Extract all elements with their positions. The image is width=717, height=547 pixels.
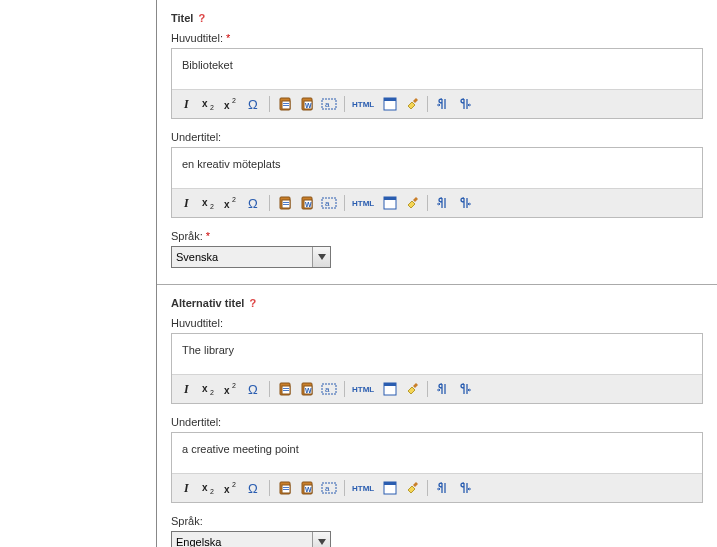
svg-text:2: 2 <box>210 389 214 396</box>
paste-word-button[interactable]: W <box>297 379 317 399</box>
alt-sprak-select[interactable]: Engelska <box>172 532 312 547</box>
sub-button[interactable]: x2 <box>200 379 220 399</box>
undertitel-label: Undertitel: <box>171 131 703 143</box>
svg-text:x: x <box>202 197 208 208</box>
alt-undertitel-editor: a creative meeting point Ix2x2ΩWaHTML <box>171 432 703 503</box>
sup-button[interactable]: x2 <box>222 379 242 399</box>
omega-button[interactable]: Ω <box>244 478 264 498</box>
svg-text:2: 2 <box>232 196 236 203</box>
clean-button[interactable] <box>402 193 422 213</box>
html-button[interactable]: HTML <box>350 193 378 213</box>
svg-rect-44 <box>283 388 289 389</box>
clean-button[interactable] <box>402 478 422 498</box>
svg-text:x: x <box>202 98 208 109</box>
section-titel: Titel ? Huvudtitel: * Biblioteket Ix2x2Ω… <box>157 0 717 285</box>
italic-button[interactable]: I <box>178 94 198 114</box>
svg-text:I: I <box>183 196 190 210</box>
html-button[interactable]: HTML <box>350 94 378 114</box>
rtl-button[interactable] <box>455 94 475 114</box>
ltr-button[interactable] <box>433 193 453 213</box>
omega-button[interactable]: Ω <box>244 379 264 399</box>
html-button[interactable]: HTML <box>350 478 378 498</box>
ltr-button[interactable] <box>433 478 453 498</box>
alt-huvudtitel-input[interactable]: The library <box>172 334 702 374</box>
sprak-select-wrap[interactable]: Svenska <box>171 246 331 268</box>
huvudtitel-label-text: Huvudtitel: <box>171 32 223 44</box>
clean-button[interactable] <box>402 379 422 399</box>
toolbar-separator <box>344 195 345 211</box>
italic-button[interactable]: I <box>178 478 198 498</box>
svg-text:2: 2 <box>232 97 236 104</box>
paste-text-button[interactable] <box>275 193 295 213</box>
chevron-down-icon[interactable] <box>312 247 330 267</box>
svg-text:2: 2 <box>210 488 214 495</box>
sub-button[interactable]: x2 <box>200 193 220 213</box>
svg-rect-71 <box>384 482 396 485</box>
alt-titel-help-icon[interactable]: ? <box>249 297 256 309</box>
alt-sprak-label-text: Språk: <box>171 515 203 527</box>
alt-sprak-select-wrap[interactable]: Engelska <box>171 531 331 547</box>
paste-word-button[interactable]: W <box>297 193 317 213</box>
huvudtitel-input[interactable]: Biblioteket <box>172 49 702 89</box>
required-mark: * <box>206 230 210 242</box>
paste-text-button[interactable] <box>275 379 295 399</box>
chevron-down-icon[interactable] <box>312 532 330 547</box>
ltr-button[interactable] <box>433 94 453 114</box>
omega-button[interactable]: Ω <box>244 193 264 213</box>
svg-text:HTML: HTML <box>352 385 374 394</box>
section-titel-heading: Titel ? <box>171 12 703 24</box>
svg-rect-62 <box>283 487 289 488</box>
section-alt-titel: Alternativ titel ? Huvudtitel: The libra… <box>157 285 717 547</box>
abbr-button[interactable]: a <box>319 193 339 213</box>
svg-text:HTML: HTML <box>352 199 374 208</box>
clean-button[interactable] <box>402 94 422 114</box>
abbr-button[interactable]: a <box>319 379 339 399</box>
italic-button[interactable]: I <box>178 193 198 213</box>
toolbar-separator <box>269 96 270 112</box>
fullscreen-button[interactable] <box>380 379 400 399</box>
sup-button[interactable]: x2 <box>222 94 242 114</box>
svg-text:Ω: Ω <box>248 481 258 495</box>
sup-button[interactable]: x2 <box>222 193 242 213</box>
rtl-button[interactable] <box>455 478 475 498</box>
huvudtitel-toolbar: Ix2x2ΩWaHTML <box>172 89 702 118</box>
paste-text-button[interactable] <box>275 478 295 498</box>
fullscreen-button[interactable] <box>380 193 400 213</box>
titel-help-icon[interactable]: ? <box>198 12 205 24</box>
undertitel-label-text: Undertitel: <box>171 131 221 143</box>
svg-text:x: x <box>224 199 230 210</box>
svg-text:x: x <box>202 482 208 493</box>
abbr-button[interactable]: a <box>319 94 339 114</box>
sprak-select[interactable]: Svenska <box>172 247 312 267</box>
paste-word-button[interactable]: W <box>297 94 317 114</box>
svg-text:x: x <box>224 385 230 396</box>
ltr-button[interactable] <box>433 379 453 399</box>
huvudtitel-label: Huvudtitel: * <box>171 32 703 44</box>
svg-rect-45 <box>283 390 289 391</box>
svg-rect-8 <box>283 103 289 104</box>
html-button[interactable]: HTML <box>350 379 378 399</box>
svg-text:I: I <box>183 481 190 495</box>
sub-button[interactable]: x2 <box>200 478 220 498</box>
svg-rect-53 <box>384 383 396 386</box>
undertitel-input[interactable]: en kreativ möteplats <box>172 148 702 188</box>
sub-button[interactable]: x2 <box>200 94 220 114</box>
abbr-button[interactable]: a <box>319 478 339 498</box>
omega-button[interactable]: Ω <box>244 94 264 114</box>
alt-undertitel-input[interactable]: a creative meeting point <box>172 433 702 473</box>
undertitel-toolbar: Ix2x2ΩWaHTML <box>172 188 702 217</box>
paste-word-button[interactable]: W <box>297 478 317 498</box>
svg-rect-9 <box>283 105 289 106</box>
sup-button[interactable]: x2 <box>222 478 242 498</box>
required-mark: * <box>226 32 230 44</box>
toolbar-separator <box>269 381 270 397</box>
italic-button[interactable]: I <box>178 379 198 399</box>
paste-text-button[interactable] <box>275 94 295 114</box>
fullscreen-button[interactable] <box>380 94 400 114</box>
svg-text:x: x <box>224 484 230 495</box>
toolbar-separator <box>269 480 270 496</box>
rtl-button[interactable] <box>455 193 475 213</box>
fullscreen-button[interactable] <box>380 478 400 498</box>
rtl-button[interactable] <box>455 379 475 399</box>
alt-huvudtitel-editor: The library Ix2x2ΩWaHTML <box>171 333 703 404</box>
